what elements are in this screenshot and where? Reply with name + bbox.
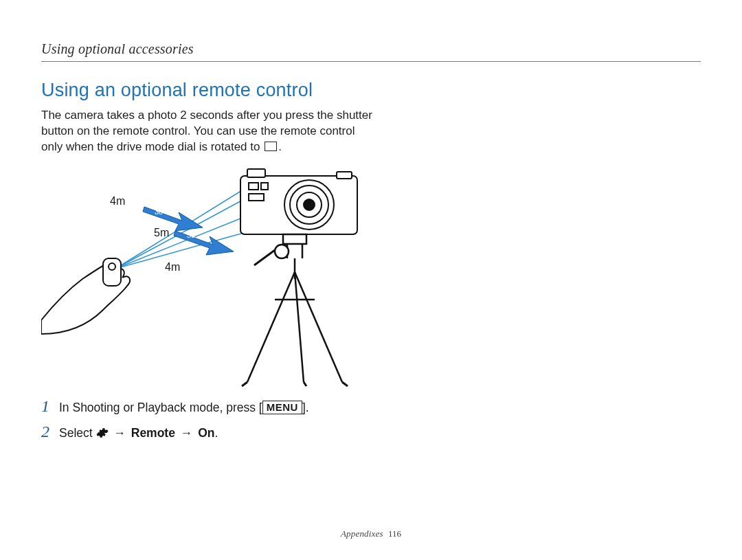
- drive-mode-dial-icon: [265, 142, 277, 151]
- svg-point-12: [304, 199, 315, 210]
- angle-arrow-bottom: [174, 231, 234, 255]
- svg-point-17: [275, 245, 289, 258]
- intro-line-3a: only when the drive mode dial is rotated…: [41, 140, 263, 153]
- range-label-bot: 4m: [165, 261, 180, 273]
- remote-range-diagram: 4m 5m 4m 30˚ 30˚: [41, 162, 371, 382]
- arrow-icon: →: [181, 426, 193, 440]
- page-title: Using an optional remote control: [41, 80, 701, 101]
- arrow-icon: →: [113, 426, 126, 440]
- menu-path-on: On: [198, 426, 214, 440]
- intro-line-2: button on the remote control. You can us…: [41, 124, 355, 137]
- svg-rect-15: [249, 194, 264, 201]
- range-label-top: 4m: [110, 195, 125, 208]
- angle-arrow-top: [143, 207, 203, 231]
- svg-point-5: [109, 263, 115, 270]
- footer-section-label: Appendixes: [341, 528, 383, 539]
- menu-path-remote: Remote: [131, 426, 175, 440]
- intro-paragraph: The camera takes a photo 2 seconds after…: [41, 108, 392, 155]
- step-2: 2 Select → Remote → On.: [41, 423, 701, 441]
- intro-line-3b: .: [278, 140, 282, 153]
- page-footer: Appendixes 116: [0, 528, 742, 539]
- range-label-mid: 5m: [154, 227, 169, 239]
- step-2-pre: Select: [59, 426, 96, 440]
- remote-hand-illustration: [41, 258, 130, 334]
- step-1: 1 In Shooting or Playback mode, press [M…: [41, 397, 701, 416]
- footer-page-number: 116: [388, 528, 401, 539]
- svg-rect-14: [261, 183, 268, 190]
- svg-rect-13: [249, 183, 258, 190]
- section-header: Using optional accessories: [41, 41, 701, 62]
- svg-rect-8: [337, 172, 352, 179]
- step-1-pre: In Shooting or Playback mode, press [: [59, 401, 262, 414]
- intro-line-1: The camera takes a photo 2 seconds after…: [41, 109, 372, 122]
- step-1-post: ].: [302, 401, 309, 414]
- step-text: Select → Remote → On.: [59, 426, 218, 440]
- step-2-post: .: [215, 426, 218, 440]
- step-number: 1: [41, 397, 59, 416]
- svg-line-1: [115, 193, 256, 269]
- tripod-illustration: [242, 234, 348, 386]
- settings-gear-icon: [96, 426, 109, 440]
- camera-illustration: [240, 169, 357, 234]
- step-number: 2: [41, 423, 59, 441]
- instruction-steps: 1 In Shooting or Playback mode, press [M…: [41, 397, 701, 441]
- svg-rect-7: [247, 169, 265, 177]
- menu-button-label: MENU: [262, 401, 302, 414]
- step-text: In Shooting or Playback mode, press [MEN…: [59, 401, 309, 415]
- svg-rect-16: [283, 234, 306, 244]
